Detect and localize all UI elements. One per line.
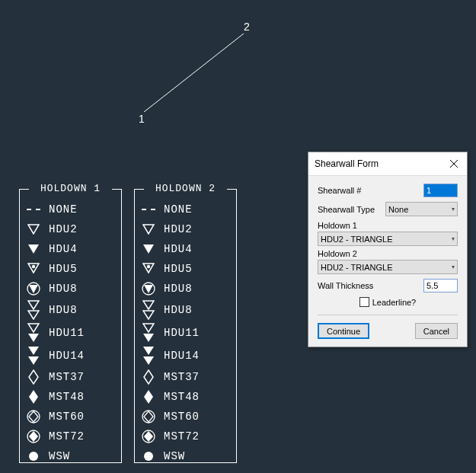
dbl-tri-open-icon	[141, 299, 156, 321]
svg-marker-31	[143, 324, 154, 332]
dbl-tri-mix-icon	[141, 322, 156, 344]
shearwall-form-dialog: Shearwall Form Shearwall # Shearwall Typ…	[308, 152, 468, 347]
circ-diam-icon	[26, 409, 41, 424]
shearwall-num-input[interactable]	[423, 184, 458, 197]
legend-item: HDU14	[26, 344, 115, 367]
svg-point-20	[29, 452, 38, 461]
line-endpoint-1-label: 1	[139, 113, 145, 125]
diam-fill-icon	[141, 389, 156, 404]
legend-item: HDU4	[141, 239, 230, 259]
circ-diam-fill-icon	[141, 429, 156, 444]
legend-item-label: MST37	[49, 371, 85, 383]
legend-item: HDU4	[26, 239, 115, 259]
legend-item-label: HDU11	[49, 327, 85, 339]
wall-thickness-input[interactable]	[423, 279, 458, 292]
svg-marker-19	[29, 431, 38, 442]
circ-fill-icon	[26, 449, 41, 464]
shearwall-type-label: Shearwall Type	[318, 205, 385, 214]
diam-open-icon	[26, 369, 41, 385]
svg-marker-7	[29, 285, 38, 293]
dialog-title: Shearwall Form	[315, 158, 379, 169]
cancel-button[interactable]: Cancel	[415, 323, 458, 339]
legend-item-label: MST72	[49, 430, 85, 443]
shearwall-type-select[interactable]: None ▾	[385, 202, 458, 216]
legend-item: HDU8	[26, 299, 115, 321]
dialog-titlebar[interactable]: Shearwall Form	[308, 152, 467, 176]
legend-item-label: MST48	[49, 391, 85, 403]
holdown-2-legend: HOLDOWN 2 NONEHDU2HDU4HDU5HDU8HDU8HDU11H…	[134, 189, 237, 463]
svg-marker-23	[143, 225, 154, 234]
svg-point-26	[147, 265, 150, 268]
holdown-1-legend: HOLDOWN 1 NONEHDU2HDU4HDU5HDU8HDU8HDU11H…	[19, 189, 122, 463]
legend-item: HDU5	[141, 259, 230, 279]
legend-item: NONE	[141, 200, 230, 219]
tri-open-icon	[141, 222, 156, 237]
tri-fill-circ-icon	[26, 281, 41, 296]
legend-item: HDU8	[141, 299, 230, 321]
legend-item-label: WSW	[164, 450, 185, 462]
legend-item-label: HDU8	[49, 283, 78, 295]
shearwall-line	[144, 34, 244, 112]
tri-open-icon	[26, 222, 41, 237]
legend-item-label: WSW	[49, 450, 70, 462]
svg-marker-35	[144, 370, 153, 384]
continue-button[interactable]: Continue	[318, 323, 369, 339]
legend-item: HDU8	[141, 279, 230, 299]
holdown-2-title: HOLDOWN 2	[145, 183, 225, 194]
legend-item: MST48	[141, 387, 230, 407]
tri-dot-icon	[141, 261, 156, 276]
legend-item-label: MST72	[164, 430, 200, 443]
legend-item-label: HDU14	[164, 350, 200, 362]
svg-marker-34	[143, 356, 154, 365]
holdown2-select[interactable]: HDU2 - TRIANGLE ▾	[318, 260, 458, 274]
leaderline-checkbox[interactable]	[359, 297, 369, 307]
wall-thickness-label: Wall Thickness	[318, 281, 423, 290]
legend-item-label: HDU4	[49, 243, 78, 255]
close-button[interactable]	[447, 157, 461, 171]
legend-item: MST72	[141, 427, 230, 446]
holdown-2-items: NONEHDU2HDU4HDU5HDU8HDU8HDU11HDU14MST37M…	[135, 189, 236, 469]
legend-item: MST37	[141, 367, 230, 387]
tri-fill-icon	[26, 241, 41, 257]
circ-fill-icon	[141, 449, 156, 464]
legend-item-label: MST60	[164, 411, 200, 423]
svg-marker-15	[29, 390, 38, 404]
svg-marker-12	[28, 347, 39, 355]
none-icon	[26, 202, 41, 217]
svg-marker-8	[28, 301, 39, 309]
legend-item-label: HDU4	[164, 243, 193, 255]
circ-diam-fill-icon	[26, 429, 41, 444]
svg-marker-17	[29, 411, 38, 422]
legend-item: MST72	[26, 427, 115, 446]
legend-item-label: MST37	[164, 371, 200, 383]
legend-item-label: HDU5	[164, 263, 193, 275]
holdown1-select[interactable]: HDU2 - TRIANGLE ▾	[318, 232, 458, 246]
legend-item-label: HDU8	[164, 304, 193, 316]
svg-marker-11	[28, 334, 39, 342]
legend-item-label: NONE	[49, 203, 78, 216]
svg-marker-2	[28, 225, 39, 234]
svg-marker-30	[143, 311, 154, 319]
legend-item-label: HDU8	[164, 283, 193, 295]
svg-marker-10	[28, 324, 39, 332]
legend-item-label: HDU8	[49, 304, 78, 316]
legend-item-label: HDU2	[164, 223, 193, 235]
svg-marker-13	[28, 356, 39, 365]
svg-marker-40	[144, 431, 153, 442]
legend-item: HDU2	[141, 219, 230, 239]
chevron-down-icon: ▾	[452, 206, 455, 213]
legend-item: WSW	[141, 446, 230, 466]
svg-marker-3	[28, 244, 39, 254]
svg-marker-28	[144, 285, 153, 293]
shearwall-type-value: None	[388, 205, 408, 214]
close-icon	[450, 160, 458, 168]
chevron-down-icon: ▾	[452, 235, 455, 242]
dbl-tri-fill-icon	[26, 345, 41, 366]
legend-item: HDU5	[26, 259, 115, 279]
tri-dot-icon	[26, 261, 41, 276]
chevron-down-icon: ▾	[452, 264, 455, 270]
legend-item-label: MST60	[49, 411, 85, 423]
legend-item: HDU8	[26, 279, 115, 299]
none-icon	[141, 202, 156, 217]
legend-item: HDU14	[141, 344, 230, 367]
